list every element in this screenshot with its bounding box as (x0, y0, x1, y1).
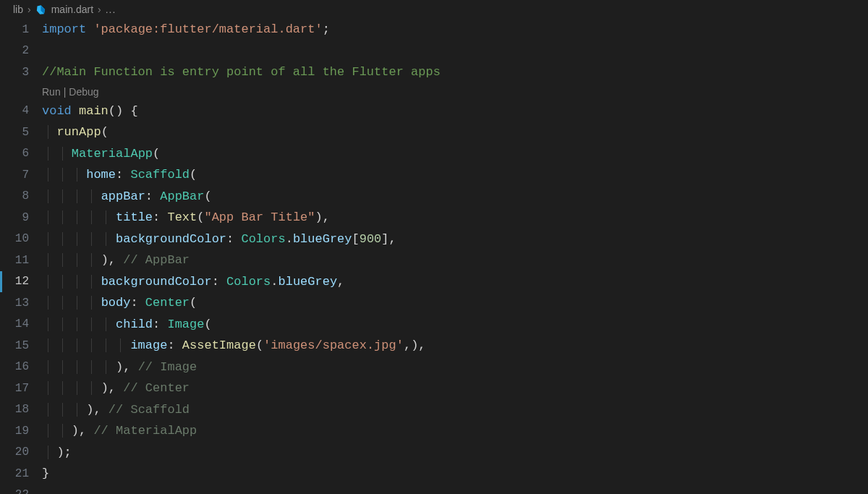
line-number: 21 (0, 467, 42, 480)
breadcrumb-file[interactable]: main.dart (51, 4, 93, 15)
line-number: 2 (0, 44, 42, 57)
keyword: import (42, 22, 86, 36)
line-number: 5 (0, 126, 42, 139)
line-number: 9 (0, 211, 42, 224)
line-number: 14 (0, 318, 42, 331)
class-name: Scaffold (130, 168, 190, 182)
line-number: 22 (0, 488, 42, 494)
number-literal: 900 (359, 232, 382, 246)
closing-label: // Center (123, 381, 190, 395)
debug-codelens[interactable]: Debug (69, 86, 98, 98)
named-param: backgroundColor (116, 232, 226, 246)
code-line[interactable]: 10 backgroundColor: Colors.blueGrey[900]… (0, 229, 868, 250)
line-number: 7 (0, 169, 42, 182)
named-param: home (86, 168, 116, 182)
function-name: main (79, 104, 109, 118)
code-line[interactable]: 2 (0, 41, 868, 62)
breadcrumb[interactable]: lib › main.dart › ... (0, 0, 868, 19)
line-number: 3 (0, 66, 42, 79)
code-line[interactable]: 17 ), // Center (0, 378, 868, 399)
code-line[interactable]: 8 appBar: AppBar( (0, 186, 868, 208)
code-line[interactable]: 4 void main() { (0, 101, 868, 122)
chevron-right-icon: › (98, 4, 101, 15)
line-number: 10 (0, 232, 42, 245)
code-line[interactable]: 18 ), // Scaffold (0, 399, 868, 421)
named-param: body (101, 296, 131, 310)
code-editor[interactable]: 1 import 'package:flutter/material.dart'… (0, 19, 868, 494)
code-line[interactable]: 11 ), // AppBar (0, 250, 868, 271)
line-number: 1 (0, 23, 42, 36)
code-line[interactable]: 19 ), // MaterialApp (0, 420, 868, 442)
breadcrumb-tail[interactable]: ... (106, 4, 116, 15)
code-line[interactable]: 5 runApp( (0, 122, 868, 143)
keyword: void (42, 104, 72, 118)
code-line[interactable]: 3 //Main Function is entry point of all … (0, 61, 868, 83)
chevron-right-icon: › (27, 4, 31, 15)
code-line[interactable]: 9 title: Text("App Bar Title"), (0, 207, 868, 229)
class-name: Colors (241, 232, 285, 246)
class-name: Image (167, 318, 204, 331)
code-lens: Run | Debug (0, 83, 868, 101)
string-literal: 'package:flutter/material.dart' (93, 22, 322, 36)
line-number: 17 (0, 382, 42, 395)
comment: //Main Function is entry point of all th… (42, 65, 441, 79)
line-number: 19 (0, 425, 42, 438)
code-line[interactable]: 16 ), // Image (0, 357, 868, 378)
code-line[interactable]: 7 home: Scaffold( (0, 164, 868, 186)
class-name: AssetImage (182, 338, 256, 352)
class-name: AppBar (160, 189, 204, 203)
line-number: 12 (0, 275, 42, 288)
line-number: 8 (0, 189, 42, 203)
line-number: 13 (0, 297, 42, 310)
string-literal: 'images/spacex.jpg' (263, 338, 404, 352)
named-param: child (116, 318, 153, 331)
breadcrumb-folder[interactable]: lib (13, 4, 23, 15)
function-call: runApp (56, 125, 101, 139)
line-number: 20 (0, 446, 42, 459)
string-literal: "App Bar Title" (204, 210, 315, 224)
line-number: 16 (0, 360, 42, 373)
class-name: Center (145, 296, 190, 310)
class-name: Text (167, 210, 197, 224)
gutter-change-indicator (0, 271, 2, 292)
named-param: backgroundColor (101, 275, 212, 289)
class-name: Colors (226, 275, 271, 289)
closing-label: // Image (138, 360, 197, 374)
closing-label: // AppBar (123, 253, 190, 267)
line-number: 18 (0, 403, 42, 416)
line-number: 15 (0, 339, 42, 352)
code-line[interactable]: 12 backgroundColor: Colors.blueGrey, (0, 271, 868, 293)
line-number: 4 (0, 104, 42, 117)
code-line[interactable]: 14 child: Image( (0, 314, 868, 336)
code-line[interactable]: 6 MaterialApp( (0, 143, 868, 165)
code-line[interactable]: 1 import 'package:flutter/material.dart'… (0, 19, 868, 41)
run-codelens[interactable]: Run (42, 86, 61, 98)
named-param: title (116, 210, 153, 224)
closing-label: // MaterialApp (93, 424, 197, 438)
line-number: 11 (0, 254, 42, 267)
class-name: MaterialApp (72, 147, 153, 161)
code-line[interactable]: 21 } (0, 463, 868, 485)
code-line[interactable]: 15 image: AssetImage('images/spacex.jpg'… (0, 335, 868, 357)
code-line[interactable]: 22 (0, 485, 868, 495)
closing-label: // Scaffold (109, 403, 190, 417)
line-number: 6 (0, 147, 42, 160)
named-param: image (130, 338, 167, 352)
named-param: appBar (101, 189, 145, 203)
code-line[interactable]: 13 body: Center( (0, 292, 868, 314)
dart-file-icon (35, 4, 47, 15)
code-line[interactable]: 20 ); (0, 442, 868, 464)
